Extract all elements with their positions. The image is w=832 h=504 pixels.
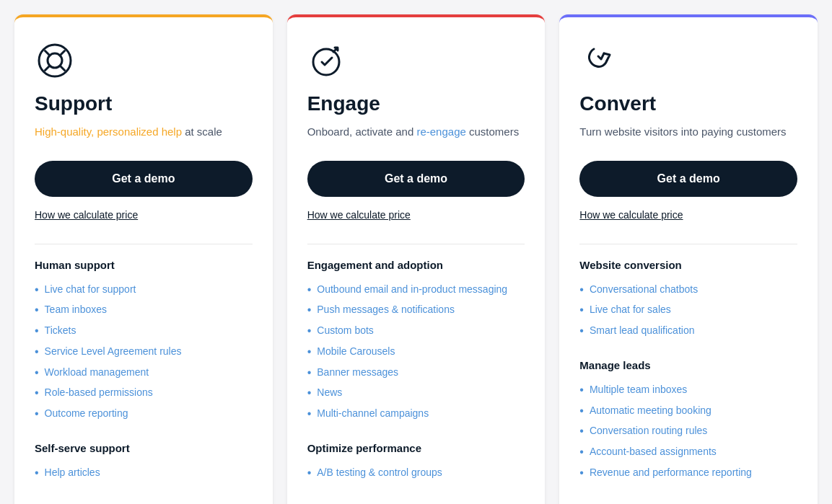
convert-divider	[579, 244, 797, 244]
convert-icon	[579, 40, 620, 81]
convert-section-leads-heading: Manage leads	[579, 359, 797, 371]
engage-subtitle: Onboard, activate and re-engage customer…	[307, 124, 525, 141]
subtitle-highlight: High-quality, personalized help	[35, 125, 182, 138]
convert-subtitle: Turn website visitors into paying custom…	[579, 124, 797, 141]
convert-demo-button[interactable]: Get a demo	[579, 161, 797, 197]
list-item: Mobile Carousels	[307, 342, 525, 363]
list-item: Help articles	[35, 463, 253, 484]
convert-calc-price-link[interactable]: How we calculate price	[579, 209, 683, 221]
svg-line-5	[60, 66, 65, 71]
list-item: Multi-channel campaigns	[307, 404, 525, 425]
engage-divider	[307, 244, 525, 244]
list-item: Smart lead qualification	[579, 321, 797, 342]
convert-leads-list: Multiple team inboxes Automatic meeting …	[579, 380, 797, 484]
engage-optimize-list: A/B testing & control groups	[307, 463, 525, 484]
list-item: Automatic meeting booking	[579, 401, 797, 422]
svg-line-2	[45, 51, 51, 56]
list-item: Account-based assignments	[579, 442, 797, 463]
engage-highlight: re-engage	[416, 125, 465, 138]
list-item: Banner messages	[307, 363, 525, 384]
list-item: Revenue and performance reporting	[579, 463, 797, 484]
engage-icon	[307, 40, 348, 81]
engage-calc-price-link[interactable]: How we calculate price	[307, 209, 411, 221]
svg-point-0	[39, 45, 71, 76]
list-item: News	[307, 383, 525, 404]
engage-card: Engage Onboard, activate and re-engage c…	[287, 14, 546, 504]
convert-card: Convert Turn website visitors into payin…	[559, 14, 818, 504]
svg-line-4	[45, 66, 51, 71]
list-item: Role-based permissions	[35, 383, 253, 404]
support-human-list: Live chat for support Team inboxes Ticke…	[35, 280, 253, 425]
list-item: Conversational chatbots	[579, 280, 797, 301]
engage-section-adoption: Engagement and adoption Outbound email a…	[307, 259, 525, 425]
support-demo-button[interactable]: Get a demo	[35, 161, 253, 197]
list-item: Custom bots	[307, 321, 525, 342]
convert-website-list: Conversational chatbots Live chat for sa…	[579, 280, 797, 342]
support-section-self: Self-serve support Help articles	[35, 442, 253, 484]
list-item: Tickets	[35, 321, 253, 342]
list-item: Multiple team inboxes	[579, 380, 797, 401]
list-item: Live chat for sales	[579, 300, 797, 321]
support-section-self-heading: Self-serve support	[35, 442, 253, 454]
svg-line-3	[60, 51, 65, 56]
list-item: Service Level Agreement rules	[35, 342, 253, 363]
support-subtitle: High-quality, personalized help at scale	[35, 124, 253, 141]
list-item: Live chat for support	[35, 280, 253, 301]
engage-section-optimize-heading: Optimize performance	[307, 442, 525, 454]
support-calc-price-link[interactable]: How we calculate price	[35, 209, 138, 221]
engage-adoption-list: Outbound email and in-product messaging …	[307, 280, 525, 425]
support-icon	[35, 40, 75, 81]
list-item: A/B testing & control groups	[307, 463, 525, 484]
list-item: Conversation routing rules	[579, 421, 797, 442]
support-divider	[35, 244, 253, 244]
engage-section-optimize: Optimize performance A/B testing & contr…	[307, 442, 525, 484]
engage-demo-button[interactable]: Get a demo	[307, 161, 525, 197]
support-section-human-heading: Human support	[35, 259, 253, 271]
engage-section-adoption-heading: Engagement and adoption	[307, 259, 525, 271]
list-item: Outcome reporting	[35, 404, 253, 425]
convert-section-website: Website conversion Conversational chatbo…	[579, 259, 797, 342]
support-self-list: Help articles	[35, 463, 253, 484]
convert-section-leads: Manage leads Multiple team inboxes Autom…	[579, 359, 797, 484]
support-title: Support	[35, 92, 253, 115]
engage-title: Engage	[307, 92, 525, 115]
list-item: Outbound email and in-product messaging	[307, 280, 525, 301]
list-item: Team inboxes	[35, 300, 253, 321]
list-item: Workload management	[35, 363, 253, 384]
convert-title: Convert	[579, 92, 797, 115]
support-card: Support High-quality, personalized help …	[14, 14, 273, 504]
convert-section-website-heading: Website conversion	[579, 259, 797, 271]
support-section-human: Human support Live chat for support Team…	[35, 259, 253, 425]
list-item: Push messages & notifications	[307, 300, 525, 321]
cards-container: Support High-quality, personalized help …	[14, 14, 818, 504]
